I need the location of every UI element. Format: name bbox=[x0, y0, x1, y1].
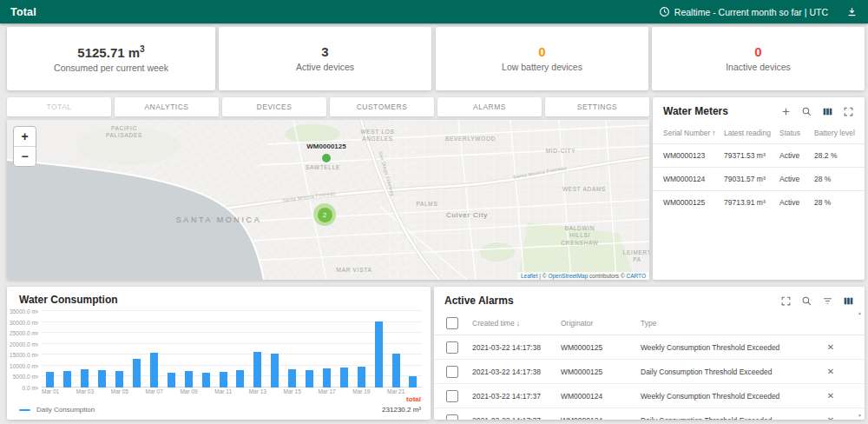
map-panel[interactable]: PACIFIC PALISADESWEST LOS ANGELESBEVERLY… bbox=[7, 120, 649, 280]
column-latest-reading[interactable]: Latest reading bbox=[724, 129, 779, 137]
carto-link[interactable]: CARTO bbox=[626, 273, 646, 279]
scroll-down-icon[interactable]: ▼ bbox=[858, 414, 862, 418]
filter-icon[interactable] bbox=[822, 295, 833, 307]
x-tick-label bbox=[128, 388, 146, 397]
kpi-label: Inactive devices bbox=[726, 62, 791, 72]
columns-icon[interactable] bbox=[843, 295, 854, 307]
zoom-in-button[interactable]: + bbox=[14, 127, 36, 147]
bar-mar-20 bbox=[375, 321, 383, 388]
row-checkbox[interactable] bbox=[446, 390, 458, 402]
clock-icon bbox=[659, 6, 670, 17]
x-tick-label: Mar 15 bbox=[284, 388, 301, 397]
alarm-row[interactable]: 2021-03-22 14:17:38WM0000125Weekly Consu… bbox=[434, 335, 865, 359]
total-label: total bbox=[382, 394, 421, 405]
x-tick-label bbox=[163, 388, 181, 397]
kpi-card-0: 5125.71 m3Consumed per current week bbox=[7, 27, 215, 90]
osm-link[interactable]: OpenStreetMap bbox=[548, 273, 588, 279]
x-tick-label bbox=[94, 388, 111, 397]
download-icon[interactable] bbox=[846, 6, 858, 17]
column-type[interactable]: Type bbox=[641, 319, 819, 328]
map-marker[interactable] bbox=[322, 154, 331, 162]
x-tick-label: Mar 05 bbox=[111, 388, 128, 397]
column-created-time[interactable]: Created time↓ bbox=[472, 319, 561, 328]
tab-alarms[interactable]: ALARMS bbox=[437, 97, 542, 116]
select-all-checkbox[interactable] bbox=[446, 317, 458, 329]
tab-total[interactable]: TOTAL bbox=[7, 97, 111, 116]
legend-daily-consumption[interactable]: Daily Consumption bbox=[19, 406, 95, 414]
x-tick-label: Mar 03 bbox=[76, 388, 94, 397]
total-value: 231230.2 m³ bbox=[382, 405, 421, 415]
y-axis-labels: 0.0 m³5000.0 m³10000.0 m³15000.0 m³20000… bbox=[9, 311, 38, 388]
clear-alarm-icon[interactable]: ✕ bbox=[819, 415, 842, 420]
map-zoom-control: + − bbox=[13, 126, 36, 167]
x-tick-label bbox=[336, 388, 353, 397]
tab-analytics[interactable]: ANALYTICS bbox=[115, 97, 219, 116]
bar-mar-22 bbox=[409, 376, 417, 388]
kpi-label: Active devices bbox=[296, 62, 354, 72]
alarms-scrollbar[interactable]: ▲ ▼ bbox=[856, 311, 864, 418]
legend-label: Daily Consumption bbox=[36, 406, 95, 414]
water-meter-row[interactable]: WM000012579713.91 m³Active28 % bbox=[653, 190, 865, 214]
bar-mar-21 bbox=[392, 354, 400, 388]
water-meters-title: Water Meters bbox=[663, 105, 728, 117]
x-tick-label bbox=[198, 388, 215, 397]
bar-mar-09 bbox=[185, 371, 193, 388]
bar-mar-02 bbox=[63, 371, 71, 388]
water-meter-row[interactable]: WM000012379371.53 m³Active28.2 % bbox=[653, 143, 865, 167]
leaflet-link[interactable]: Leaflet bbox=[521, 273, 538, 279]
timewindow-button[interactable]: Realtime - Current month so far | UTC bbox=[659, 6, 828, 17]
water-meters-panel: Water Meters Serial Number↑ Latest readi… bbox=[653, 97, 865, 280]
sort-asc-icon: ↑ bbox=[712, 129, 715, 137]
x-tick-label bbox=[232, 388, 249, 397]
columns-icon[interactable] bbox=[822, 106, 833, 117]
clear-alarm-icon[interactable]: ✕ bbox=[819, 391, 842, 401]
alarm-row[interactable]: 2021-03-22 14:17:38WM0000125Daily Consum… bbox=[434, 359, 865, 383]
fullscreen-icon[interactable] bbox=[843, 106, 854, 117]
bar-mar-16 bbox=[306, 370, 313, 388]
sort-desc-icon: ↓ bbox=[516, 319, 520, 328]
bar-mar-12 bbox=[236, 370, 244, 388]
column-originator[interactable]: Originator bbox=[561, 319, 641, 328]
search-icon[interactable] bbox=[801, 295, 812, 307]
column-battery-level[interactable]: Battery level bbox=[814, 129, 858, 137]
bar-mar-19 bbox=[358, 367, 365, 388]
x-tick-label: Mar 13 bbox=[249, 388, 266, 397]
app-header: Total Realtime - Current month so far | … bbox=[0, 0, 868, 23]
clear-alarm-icon[interactable]: ✕ bbox=[819, 367, 842, 376]
bar-mar-14 bbox=[271, 354, 279, 388]
alarm-row[interactable]: 2021-03-22 14:17:37WM0000124Daily Consum… bbox=[434, 407, 865, 420]
tab-bar: TOTALANALYTICSDEVICESCUSTOMERSALARMSSETT… bbox=[7, 97, 649, 116]
alarms-header-row: Created time↓ Originator Type bbox=[434, 312, 865, 335]
bar-mar-07 bbox=[150, 353, 158, 388]
bar-mar-10 bbox=[202, 373, 210, 388]
search-icon[interactable] bbox=[801, 106, 812, 117]
page-title: Total bbox=[10, 6, 36, 18]
scroll-up-icon[interactable]: ▲ bbox=[858, 311, 862, 315]
kpi-card-1: 3Active devices bbox=[219, 27, 431, 90]
map-cluster[interactable]: 2 bbox=[313, 203, 336, 226]
x-tick-label bbox=[301, 388, 319, 397]
kpi-card-3: 0Inactive devices bbox=[652, 27, 865, 90]
x-tick-label: Mar 01 bbox=[42, 388, 59, 397]
water-meter-row[interactable]: WM000012479031.57 m³Active28 % bbox=[653, 167, 865, 190]
tab-devices[interactable]: DEVICES bbox=[222, 97, 326, 116]
tab-customers[interactable]: CUSTOMERS bbox=[330, 97, 434, 116]
zoom-out-button[interactable]: − bbox=[14, 147, 36, 166]
add-entity-icon[interactable] bbox=[780, 106, 792, 117]
y-tick-label: 35000.0 m³ bbox=[10, 308, 38, 315]
column-serial-number[interactable]: Serial Number↑ bbox=[663, 129, 724, 137]
tab-settings[interactable]: SETTINGS bbox=[545, 97, 649, 116]
kpi-value: 3 bbox=[321, 45, 328, 58]
row-checkbox[interactable] bbox=[446, 414, 458, 421]
bar-mar-04 bbox=[98, 370, 106, 388]
clear-alarm-icon[interactable]: ✕ bbox=[819, 342, 842, 352]
row-checkbox[interactable] bbox=[446, 341, 458, 354]
bar-mar-03 bbox=[81, 369, 89, 388]
y-tick-label: 5000.0 m³ bbox=[13, 374, 38, 380]
alarm-row[interactable]: 2021-03-22 14:17:37WM0000124Weekly Consu… bbox=[434, 383, 865, 407]
column-status[interactable]: Status bbox=[779, 129, 814, 137]
chart-plot bbox=[42, 311, 422, 388]
kpi-value: 0 bbox=[538, 45, 545, 58]
row-checkbox[interactable] bbox=[446, 366, 458, 378]
fullscreen-icon[interactable] bbox=[780, 295, 792, 307]
